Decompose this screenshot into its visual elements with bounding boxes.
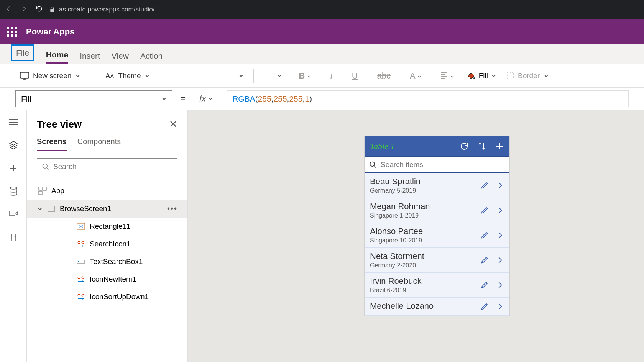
list-item[interactable]: Neta Storment Germany 2-2020 (365, 248, 509, 273)
tree-item-searchicon1[interactable]: SearchIcon1 (27, 235, 187, 253)
svg-rect-0 (20, 72, 29, 78)
address-bar[interactable]: as.create.powerapps.com/studio/ (49, 6, 154, 13)
back-button[interactable] (5, 5, 12, 14)
tree-item-iconsortupdown1[interactable]: IconSortUpDown1 (27, 288, 187, 306)
tree-item-iconnewitem1[interactable]: IconNewItem1 (27, 270, 187, 288)
edit-icon[interactable] (480, 181, 489, 190)
tree-title: Tree view (37, 118, 82, 130)
tree-tab-components[interactable]: Components (77, 134, 121, 151)
waffle-icon[interactable] (7, 27, 17, 37)
font-dropdown[interactable] (160, 69, 248, 83)
tree-item-app[interactable]: App (27, 182, 187, 200)
formula-input[interactable]: RGBA(255, 255, 255, 1) (227, 90, 629, 107)
chevron-right-icon[interactable] (496, 231, 504, 239)
preview-search-input[interactable] (381, 161, 505, 169)
font-color-button[interactable]: A (403, 71, 428, 81)
bold-button[interactable]: B (292, 71, 318, 81)
chevron-right-icon[interactable] (496, 256, 504, 264)
item-subtitle: Brazil 6-2019 (370, 287, 422, 294)
align-button[interactable] (434, 71, 461, 81)
app-header: Power Apps (0, 19, 644, 44)
close-panel-button[interactable]: ✕ (169, 118, 177, 130)
underline-button[interactable]: U (345, 71, 365, 81)
tab-home[interactable]: Home (46, 50, 68, 64)
tree-item-textsearchbox1[interactable]: TextSearchBox1 (27, 253, 187, 270)
tree-search-input[interactable] (53, 162, 172, 171)
theme-button[interactable]: Aᴀ Theme (101, 69, 154, 82)
left-rail (0, 110, 27, 362)
svg-point-18 (370, 162, 375, 167)
tree-view-button[interactable] (0, 140, 26, 151)
border-icon (506, 72, 514, 80)
search-icon (42, 163, 49, 170)
app-preview: Table 1 Beau Spratlin Germany 5-2019 Meg… (364, 136, 510, 316)
new-screen-button[interactable]: New screen (15, 69, 85, 82)
fx-label[interactable]: fx (193, 88, 219, 110)
reload-button[interactable] (35, 5, 43, 14)
chevron-right-icon[interactable] (496, 181, 504, 190)
formula-bar: Fill = fx RGBA(255, 255, 255, 1) (0, 88, 644, 110)
sort-icon[interactable] (477, 142, 486, 151)
tab-action[interactable]: Action (140, 51, 163, 64)
chevron-down-icon (544, 73, 549, 79)
item-subtitle: Germany 5-2019 (370, 187, 421, 194)
italic-button[interactable]: I (324, 71, 340, 81)
data-button[interactable] (8, 186, 19, 197)
list-item[interactable]: Mechelle Lozano (365, 298, 509, 316)
item-subtitle: Singapore 10-2019 (370, 237, 423, 244)
tree-item-browsescreen1[interactable]: BrowseScreen1 ••• (27, 200, 187, 218)
svg-rect-9 (48, 206, 55, 211)
chevron-right-icon[interactable] (496, 281, 504, 289)
database-icon (9, 187, 18, 196)
media-icon (9, 210, 18, 219)
tab-file[interactable]: File (11, 44, 34, 61)
tree-panel: Tree view ✕ Screens Components App Brows… (27, 110, 188, 362)
refresh-icon[interactable] (460, 142, 469, 151)
control-icon (77, 241, 85, 247)
app-title: Power Apps (26, 27, 74, 37)
layers-icon (9, 141, 18, 150)
hamburger-button[interactable] (8, 117, 19, 128)
plus-icon[interactable] (495, 142, 504, 151)
search-icon (369, 161, 377, 169)
edit-icon[interactable] (480, 231, 489, 239)
more-button[interactable]: ••• (167, 204, 177, 213)
app-icon (38, 187, 47, 195)
chevron-down-icon (307, 75, 311, 79)
edit-icon[interactable] (480, 206, 489, 215)
list-item[interactable]: Alonso Partee Singapore 10-2019 (365, 223, 509, 248)
url-text: as.create.powerapps.com/studio/ (59, 6, 154, 13)
textbox-icon (77, 258, 85, 265)
chevron-down-icon (161, 96, 167, 102)
media-button[interactable] (8, 209, 19, 219)
svg-point-5 (43, 164, 48, 169)
tree-search[interactable] (37, 158, 177, 175)
forward-button[interactable] (20, 5, 28, 14)
insert-button[interactable] (8, 163, 19, 174)
item-name: Neta Storment (370, 251, 424, 261)
chevron-down-icon[interactable] (37, 206, 43, 212)
list-item[interactable]: Megan Rohman Singapore 1-2019 (365, 198, 509, 223)
tools-button[interactable] (8, 232, 19, 242)
list-item[interactable]: Beau Spratlin Germany 5-2019 (365, 173, 509, 198)
edit-icon[interactable] (480, 281, 489, 289)
tab-view[interactable]: View (112, 51, 129, 64)
property-selector[interactable]: Fill (15, 90, 172, 107)
edit-icon[interactable] (480, 256, 489, 264)
chevron-down-icon (417, 75, 421, 79)
fill-button[interactable]: Fill (467, 71, 496, 80)
preview-search[interactable] (365, 156, 509, 173)
chevron-right-icon[interactable] (496, 206, 504, 215)
edit-icon[interactable] (480, 302, 489, 311)
list-item[interactable]: Irvin Roebuck Brazil 6-2019 (365, 273, 509, 298)
tree-tab-screens[interactable]: Screens (37, 134, 67, 151)
svg-point-15 (82, 277, 84, 279)
canvas[interactable]: Table 1 Beau Spratlin Germany 5-2019 Meg… (188, 110, 644, 362)
chevron-right-icon[interactable] (496, 302, 504, 311)
strikethrough-button[interactable]: abc (370, 71, 398, 81)
border-button[interactable]: Border (502, 69, 554, 82)
control-icon (77, 276, 85, 283)
tree-item-rectangle11[interactable]: Rectangle11 (27, 218, 187, 235)
size-dropdown[interactable] (253, 69, 286, 83)
tab-insert[interactable]: Insert (80, 51, 100, 64)
